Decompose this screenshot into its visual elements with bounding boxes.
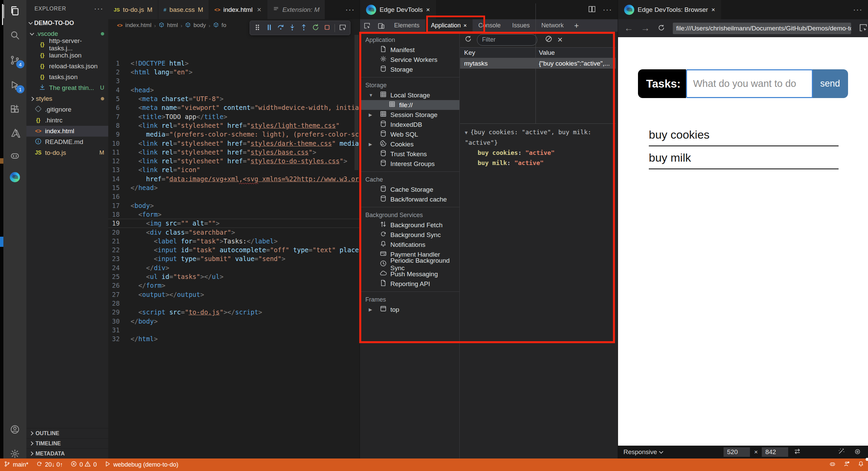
delete-selected-icon[interactable]: ×	[557, 34, 563, 45]
refresh-icon[interactable]	[464, 35, 472, 45]
bell-icon[interactable]	[854, 458, 868, 471]
chevron-right-icon[interactable]: ▶	[369, 142, 373, 147]
tree-item-service-workers[interactable]: Service Workers	[360, 55, 459, 65]
step-out-icon[interactable]	[300, 23, 308, 33]
back-icon[interactable]: ←	[624, 23, 633, 33]
close-icon[interactable]: ×	[711, 6, 715, 14]
restart-icon[interactable]	[312, 23, 320, 33]
sidebar-section-metadata[interactable]: METADATA	[26, 448, 108, 458]
forward-icon[interactable]: →	[641, 23, 650, 33]
more-actions-icon[interactable]: ···	[603, 5, 612, 14]
tab-edge-devtools-browser[interactable]: Edge DevTools: Browser ×	[618, 0, 721, 19]
tree-item-push-messaging[interactable]: Push Messaging	[360, 269, 459, 279]
tab-to-do-js[interactable]: JSto-do.jsM	[108, 0, 158, 19]
add-tool-icon[interactable]: +	[569, 21, 584, 30]
gripper-icon[interactable]	[253, 23, 261, 33]
send-button[interactable]: send	[812, 69, 848, 98]
warnings-status[interactable]: 0	[84, 458, 100, 471]
tab-index-html[interactable]: <>index.html×	[209, 0, 267, 19]
breadcrumb-item[interactable]: body	[193, 22, 206, 29]
explorer-more-actions[interactable]: ···	[94, 4, 104, 13]
list-item-task[interactable]: buy milk	[649, 146, 839, 169]
screencast-eye-icon[interactable]	[854, 448, 861, 457]
sync-status[interactable]: 20↓ 0↑	[32, 458, 67, 471]
explorer-item-reload-tasks-json[interactable]: {}reload-tasks.json	[26, 61, 108, 72]
viewport-height-input[interactable]	[762, 447, 788, 457]
devtools-tab-application[interactable]: Application×	[425, 19, 473, 32]
split-editor-icon[interactable]	[588, 5, 596, 15]
preview-summary[interactable]: ▼{buy cookies: "active", buy milk: "acti…	[465, 127, 616, 148]
activitybar-item-run-debug[interactable]: 1	[3, 78, 26, 94]
explorer-root-folder[interactable]: DEMO-TO-DO	[26, 18, 108, 28]
sidebar-section-timeline[interactable]: TIMELINE	[26, 438, 108, 448]
tree-item-top[interactable]: ▶top	[360, 305, 459, 314]
inspect-tool-icon[interactable]	[360, 22, 374, 29]
breadcrumb-item[interactable]: fo	[222, 22, 226, 29]
tree-item-interest-groups[interactable]: Interest Groups	[360, 159, 459, 169]
tree-item-session-storage[interactable]: ▶Session Storage	[360, 110, 459, 120]
editor-more-actions[interactable]: ···	[345, 5, 360, 14]
table-row-mytasks[interactable]: mytasks{"buy cookies":"active",...	[460, 58, 616, 69]
tree-item-notifications[interactable]: Notifications	[360, 240, 459, 250]
explorer-item-the-great-thin-[interactable]: The great thin...U	[26, 83, 108, 93]
task-input[interactable]	[686, 69, 813, 98]
pause-icon[interactable]	[265, 23, 273, 33]
activitybar-item-search[interactable]	[3, 28, 26, 44]
chevron-right-icon[interactable]: ▶	[369, 112, 373, 117]
column-header-value[interactable]: Value	[535, 49, 616, 56]
copilot-icon[interactable]	[825, 458, 840, 471]
tree-item-cache-storage[interactable]: Cache Storage	[360, 185, 459, 194]
step-into-icon[interactable]	[288, 23, 296, 33]
tab-extension-m[interactable]: Extension: M	[267, 0, 325, 19]
devtools-tab-issues[interactable]: Issues	[506, 19, 535, 32]
feedback-icon[interactable]	[840, 458, 854, 471]
tree-item-background-fetch[interactable]: Background Fetch	[360, 220, 459, 230]
chevron-right-icon[interactable]: ▶	[369, 307, 373, 312]
devtools-tab-console[interactable]: Console	[473, 19, 506, 32]
explorer-item--hintrc[interactable]: {}.hintrc	[26, 115, 108, 126]
activitybar-item-extensions[interactable]	[3, 102, 26, 118]
device-emulation-icon[interactable]	[374, 22, 388, 29]
activitybar-item-explorer[interactable]	[3, 3, 26, 20]
activitybar-item-account[interactable]	[3, 422, 26, 438]
column-header-key[interactable]: Key	[460, 49, 535, 56]
expand-triangle-icon[interactable]: ▼	[465, 130, 467, 135]
clear-all-icon[interactable]	[545, 35, 553, 45]
tab-edge-devtools[interactable]: Edge DevTools ×	[360, 0, 436, 19]
url-bar[interactable]: file:///Users/chrisheilmann/Documents/Gi…	[673, 23, 851, 34]
tree-item-file-[interactable]: file://	[360, 100, 459, 110]
breadcrumb-item[interactable]: index.html	[125, 22, 151, 29]
explorer-item-styles[interactable]: styles	[26, 93, 108, 104]
tree-item-web-sql[interactable]: Web SQL	[360, 129, 459, 139]
explorer-item-tasks-json[interactable]: {}tasks.json	[26, 72, 108, 83]
chevron-down-icon[interactable]: ▼	[369, 93, 373, 98]
errors-status[interactable]: 0	[67, 458, 84, 471]
code-editor[interactable]: 1<!DOCTYPE html>2<html lang="en">34<head…	[108, 32, 360, 458]
explorer-item--gitignore[interactable]: .gitignore	[26, 104, 108, 115]
devtools-tab-elements[interactable]: Elements	[388, 19, 425, 32]
stop-icon[interactable]	[323, 23, 331, 33]
explorer-item-readme-md[interactable]: README.md	[26, 137, 108, 147]
tree-item-back-forward-cache[interactable]: Back/forward cache	[360, 194, 459, 204]
devtools-tab-network[interactable]: Network	[535, 19, 569, 32]
tree-item-storage[interactable]: Storage	[360, 65, 459, 74]
device-mode-dropdown[interactable]: Responsive	[618, 448, 663, 456]
tree-item-periodic-background-sync[interactable]: Periodic Background Sync	[360, 259, 459, 269]
explorer-item-http-server-tasks-j-[interactable]: {}http-server-tasks.j...	[26, 39, 108, 50]
tree-item-local-storage[interactable]: ▼Local Storage	[360, 90, 459, 100]
close-icon[interactable]: ×	[257, 5, 261, 14]
activitybar-item-azure[interactable]	[3, 126, 26, 142]
tab-base-css[interactable]: #base.cssM	[158, 0, 209, 19]
screencast-icon[interactable]	[339, 23, 347, 33]
reload-icon[interactable]	[657, 24, 665, 33]
swap-dimensions-icon[interactable]	[794, 448, 801, 457]
magic-wand-icon[interactable]	[838, 448, 845, 457]
activitybar-item-source-control[interactable]: 4	[3, 53, 26, 69]
step-over-icon[interactable]	[277, 23, 285, 33]
tree-item-cookies[interactable]: ▶Cookies	[360, 139, 459, 149]
inspect-icon[interactable]	[859, 23, 868, 34]
close-icon[interactable]: ×	[463, 22, 467, 29]
tree-item-reporting-api[interactable]: Reporting API	[360, 279, 459, 289]
tree-item-manifest[interactable]: Manifest	[360, 45, 459, 55]
more-actions-icon[interactable]: ···	[853, 5, 863, 14]
